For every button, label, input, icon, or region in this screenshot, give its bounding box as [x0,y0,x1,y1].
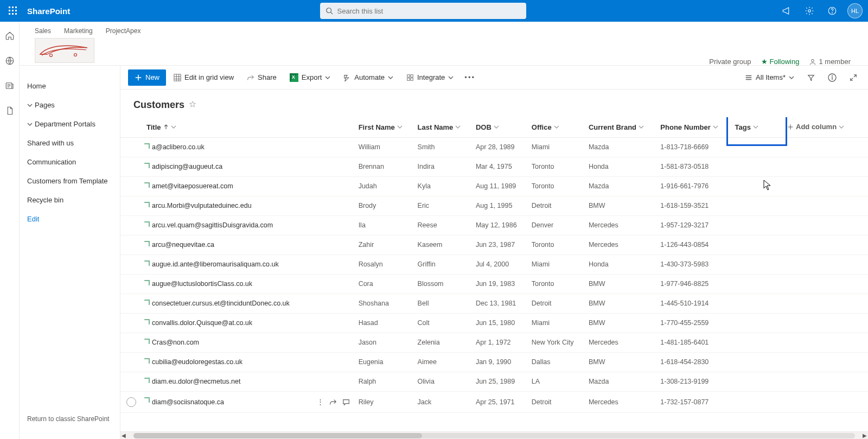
row-select[interactable] [120,196,142,215]
more-button[interactable]: ••• [461,69,478,86]
row-more-icon[interactable]: ⋮ [317,398,324,406]
row-select[interactable] [120,215,142,235]
members-button[interactable]: 1 member [809,58,851,66]
col-first-name[interactable]: First Name [354,117,413,137]
nav-department-portals[interactable]: Department Portals [27,114,112,133]
row-select[interactable] [120,372,142,391]
table-row[interactable]: consectetuer.cursus.et@tinciduntDonec.co… [120,294,868,313]
scroll-right-arrow[interactable]: ▶ [861,432,868,438]
col-select[interactable] [120,117,142,137]
export-button[interactable]: Export [284,69,336,86]
hub-link-sales[interactable]: Sales [35,27,51,35]
info-button[interactable] [825,69,840,86]
rail-globe[interactable] [4,55,15,66]
row-select[interactable] [120,313,142,333]
row-select[interactable] [120,137,142,157]
cell-title[interactable]: amet@vitaeposuereat.com [142,176,312,196]
col-add-column[interactable]: Add column [783,117,868,137]
row-select[interactable] [120,157,142,176]
cell-title[interactable]: convallis.dolor.Quisque@at.co.uk [142,313,312,333]
nav-edit-link[interactable]: Edit [27,209,112,223]
help-button[interactable] [821,0,843,22]
return-classic-link[interactable]: Return to classic SharePoint [27,415,112,428]
table-row[interactable]: arcu@nequevitae.ca ⋮ Zahir Kaseem Jun 23… [120,235,868,255]
row-comment-icon[interactable] [342,398,350,406]
row-select[interactable] [120,235,142,255]
hub-link-marketing[interactable]: Marketing [64,27,93,35]
user-avatar[interactable]: HL [847,3,863,18]
col-phone[interactable]: Phone Number [656,117,730,137]
scroll-thumb[interactable] [133,433,422,438]
cell-title[interactable]: arcu@nequevitae.ca [142,235,312,255]
table-row[interactable]: cubilia@eudoloregestas.co.uk ⋮ Eugenia A… [120,352,868,372]
rail-news[interactable] [4,80,15,91]
row-select[interactable] [120,333,142,352]
table-row[interactable]: convallis.dolor.Quisque@at.co.uk ⋮ Hasad… [120,313,868,333]
row-share-icon[interactable] [329,398,337,406]
scroll-left-arrow[interactable]: ◀ [120,432,127,438]
edit-grid-button[interactable]: Edit in grid view [168,69,239,86]
table-row[interactable]: amet@vitaeposuereat.com ⋮ Judah Kyla Aug… [120,176,868,196]
nav-pages[interactable]: Pages [27,96,112,114]
hub-link-projectapex[interactable]: ProjectApex [106,27,141,35]
col-dob[interactable]: DOB [471,117,527,137]
row-select[interactable] [120,176,142,196]
nav-recycle-bin[interactable]: Recycle bin [27,190,112,209]
nav-shared-with-us[interactable]: Shared with us [27,133,112,152]
nav-communication[interactable]: Communication [27,152,112,171]
cell-title[interactable]: diam@sociisnatoque.ca [142,391,312,412]
automate-button[interactable]: Automate [338,69,399,86]
cell-title[interactable]: arcu.Morbi@vulputateduinec.edu [142,196,312,215]
nav-customers-from-template[interactable]: Customers from Template [27,171,112,190]
table-row[interactable]: adipiscing@augueut.ca ⋮ Brennan Indira M… [120,157,868,176]
rail-files[interactable] [4,105,15,116]
new-button[interactable]: New [128,69,166,86]
cell-title[interactable]: arcu.vel.quam@sagittisDuisgravida.com [142,215,312,235]
row-select[interactable] [120,352,142,372]
search-input[interactable] [337,7,521,15]
row-select[interactable] [120,391,142,412]
table-row[interactable]: diam.eu.dolor@necmetus.net ⋮ Ralph Olivi… [120,372,868,391]
follow-button[interactable]: ★ Following [761,58,800,66]
row-select[interactable] [120,255,142,274]
rail-home[interactable] [4,30,15,41]
favorite-toggle[interactable] [189,100,196,110]
search-box[interactable] [320,3,526,19]
share-button[interactable]: Share [241,69,282,86]
megaphone-button[interactable] [776,0,797,22]
row-select[interactable] [120,294,142,313]
col-brand[interactable]: Current Brand [584,117,656,137]
expand-button[interactable] [846,69,860,86]
col-last-name[interactable]: Last Name [413,117,471,137]
table-row[interactable]: diam@sociisnatoque.ca ⋮ Riley Jack Apr 2… [120,391,868,412]
cell-title[interactable]: a@aclibero.co.uk [142,137,312,157]
nav-home[interactable]: Home [27,77,112,96]
app-name[interactable]: SharePoint [27,7,70,16]
cell-title[interactable]: adipiscing@augueut.ca [142,157,312,176]
site-logo[interactable] [35,38,94,63]
table-row[interactable]: arcu.vel.quam@sagittisDuisgravida.com ⋮ … [120,215,868,235]
table-row[interactable]: augue@luctuslobortisClass.co.uk ⋮ Cora B… [120,274,868,294]
app-launcher-button[interactable] [2,0,24,22]
integrate-button[interactable]: Integrate [401,69,459,86]
cell-title[interactable]: diam.eu.dolor@necmetus.net [142,372,312,391]
row-select[interactable] [120,274,142,294]
view-selector[interactable]: All Items* [742,69,797,86]
table-row[interactable]: augue.id.ante@liberomaurisaliquam.co.uk … [120,255,868,274]
col-office[interactable]: Office [527,117,584,137]
table-row[interactable]: a@aclibero.co.uk ⋮ William Smith Apr 28,… [120,137,868,157]
col-tags[interactable]: Tags [731,117,783,137]
table-scroll[interactable]: Title First Name [120,117,868,431]
filter-button[interactable] [804,69,818,86]
table-row[interactable]: arcu.Morbi@vulputateduinec.edu ⋮ Brody E… [120,196,868,215]
cell-first: Rosalyn [354,255,413,274]
cell-title[interactable]: augue.id.ante@liberomaurisaliquam.co.uk [142,255,312,274]
cell-title[interactable]: Cras@non.com [142,333,312,352]
table-row[interactable]: Cras@non.com ⋮ Jason Zelenia Apr 1, 1972… [120,333,868,352]
col-title[interactable]: Title [142,117,312,137]
cell-title[interactable]: augue@luctuslobortisClass.co.uk [142,274,312,294]
cell-title[interactable]: consectetuer.cursus.et@tinciduntDonec.co… [142,294,312,313]
horizontal-scrollbar[interactable]: ◀ ▶ [120,431,868,439]
settings-button[interactable] [799,0,820,22]
cell-title[interactable]: cubilia@eudoloregestas.co.uk [142,352,312,372]
